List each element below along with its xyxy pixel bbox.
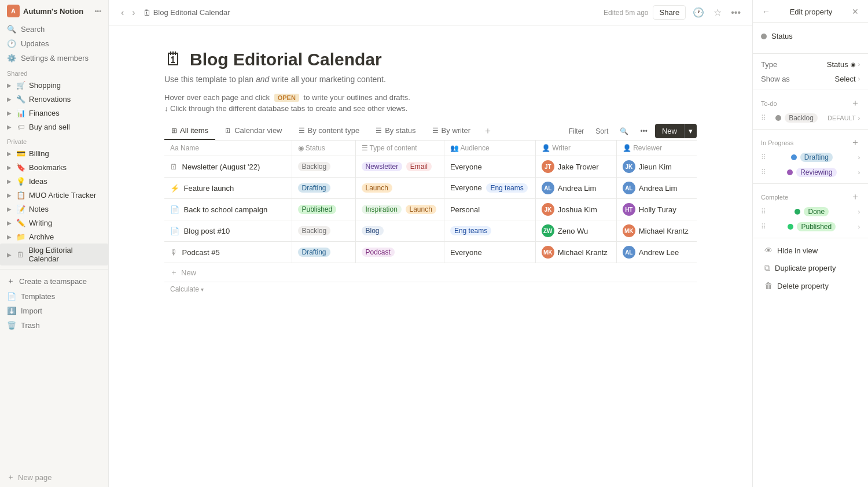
cell-name[interactable]: 📄 Back to school campaign <box>164 199 292 220</box>
cell-reviewer[interactable]: JK Jieun Kim <box>616 156 697 178</box>
filter-button[interactable]: Filter <box>565 126 589 137</box>
forward-button[interactable]: › <box>129 6 138 19</box>
tab-by-status[interactable]: ☰ By status <box>369 122 422 140</box>
cell-audience[interactable]: Everyone <box>444 156 535 178</box>
sidebar-settings[interactable]: ⚙️ Settings & members <box>0 51 108 65</box>
sidebar-import[interactable]: ⬇️ Import <box>0 304 108 318</box>
sidebar-item-buy-and-sell[interactable]: ▶ 🏷 Buy and sell <box>0 120 108 134</box>
sidebar-item-notes[interactable]: ▶ 📝 Notes <box>0 202 108 216</box>
cell-audience[interactable]: Personal <box>444 199 535 220</box>
cell-writer[interactable]: AL Andrea Lim <box>535 178 616 199</box>
table-row[interactable]: 🗓 Newsletter (August '22) Backlog Newsle… <box>164 156 697 178</box>
cell-writer[interactable]: ZW Zeno Wu <box>535 220 616 242</box>
favorite-button[interactable]: ☆ <box>711 5 724 20</box>
sidebar-item-archive[interactable]: ▶ 📁 Archive <box>0 230 108 244</box>
cell-reviewer[interactable]: MK Michael Krantz <box>616 220 697 242</box>
more-options-button[interactable]: ••• <box>729 5 743 20</box>
new-button[interactable]: New <box>655 124 684 138</box>
table-row[interactable]: 🎙 Podcast #5 Drafting Podcast Everyone M… <box>164 242 697 263</box>
cell-status[interactable]: Drafting <box>292 178 355 199</box>
cell-reviewer[interactable]: HT Holly Turay <box>616 199 697 220</box>
sidebar-item-muo[interactable]: ▶ 📋 MUO Article Tracker <box>0 188 108 202</box>
col-type[interactable]: ☰ Type of content <box>355 141 444 156</box>
cell-writer[interactable]: JT Jake Trower <box>535 156 616 178</box>
sort-button[interactable]: Sort <box>591 126 612 137</box>
cell-audience[interactable]: Everyone <box>444 242 535 263</box>
in-progress-add-button[interactable]: ＋ <box>851 136 860 149</box>
item-chevron[interactable]: › <box>858 115 860 121</box>
sidebar-updates[interactable]: 🕐 Updates <box>0 36 108 51</box>
sidebar-item-writing[interactable]: ▶ ✏️ Writing <box>0 216 108 230</box>
item-chevron[interactable]: › <box>858 154 860 161</box>
cell-type[interactable]: Inspiration Launch <box>355 199 444 220</box>
cell-name[interactable]: 📄 Blog post #10 <box>164 220 292 242</box>
duplicate-property-action[interactable]: ⧉ Duplicate property <box>756 259 865 277</box>
col-name[interactable]: Aa Name <box>164 141 292 156</box>
cell-status[interactable]: Published <box>292 199 355 220</box>
item-chevron[interactable]: › <box>858 224 860 230</box>
status-item-backlog[interactable]: ⠿ Backlog DEFAULT › <box>753 110 868 126</box>
delete-property-action[interactable]: 🗑 Delete property <box>756 277 865 294</box>
tab-by-content-type[interactable]: ☰ By content type <box>292 122 367 140</box>
item-chevron[interactable]: › <box>858 209 860 215</box>
create-teamspace[interactable]: ＋ Create a teamspace <box>0 273 108 289</box>
col-reviewer[interactable]: 👤 Reviewer <box>616 141 697 156</box>
panel-show-as-row[interactable]: Show as Select › <box>753 72 868 86</box>
col-status[interactable]: ◉ Status <box>292 141 355 156</box>
cell-writer[interactable]: JK Joshua Kim <box>535 199 616 220</box>
sidebar-item-renovations[interactable]: ▶ 🔧 Renovations <box>0 92 108 106</box>
add-tab-button[interactable]: ＋ <box>480 123 496 139</box>
cell-reviewer[interactable]: AL Andrea Lim <box>616 178 697 199</box>
back-button[interactable]: ‹ <box>118 6 127 19</box>
cell-audience[interactable]: Everyone Eng teams <box>444 178 535 199</box>
cell-type[interactable]: Podcast <box>355 242 444 263</box>
search-db-button[interactable]: 🔍 <box>616 126 632 137</box>
cell-status[interactable]: Backlog <box>292 156 355 178</box>
tab-all-items[interactable]: ⊞ All items <box>164 122 215 140</box>
cell-writer[interactable]: MK Michael Krantz <box>535 242 616 263</box>
col-audience[interactable]: 👥 Audience <box>444 141 535 156</box>
cell-status[interactable]: Drafting <box>292 242 355 263</box>
sidebar-search[interactable]: 🔍 Search <box>0 22 108 36</box>
status-item-published[interactable]: ⠿ Published › <box>753 219 868 234</box>
complete-add-button[interactable]: ＋ <box>851 191 860 203</box>
cell-type[interactable]: Launch <box>355 178 444 199</box>
hide-in-view-action[interactable]: 👁 Hide in view <box>756 242 865 259</box>
cell-reviewer[interactable]: AL Andrew Lee <box>616 242 697 263</box>
calculate-row[interactable]: Calculate ▾ <box>164 282 697 296</box>
panel-close-button[interactable]: ✕ <box>851 6 860 17</box>
cell-name[interactable]: 🎙 Podcast #5 <box>164 242 292 263</box>
new-button-dropdown[interactable]: ▾ <box>684 124 697 138</box>
sidebar-item-ideas[interactable]: ▶ 💡 Ideas <box>0 174 108 188</box>
sidebar-item-bookmarks[interactable]: ▶ 🔖 Bookmarks <box>0 160 108 174</box>
panel-back-button[interactable]: ← <box>761 6 771 17</box>
panel-type-row[interactable]: Type Status ◉ › <box>753 57 868 72</box>
cell-name[interactable]: 🗓 Newsletter (August '22) <box>164 156 292 178</box>
add-row-btn[interactable]: ＋ New <box>164 263 697 282</box>
tab-by-writer[interactable]: ☰ By writer <box>425 122 478 140</box>
cell-audience[interactable]: Eng teams <box>444 220 535 242</box>
sidebar-trash[interactable]: 🗑️ Trash <box>0 318 108 333</box>
workspace-header[interactable]: A Autumn's Notion ••• <box>0 0 108 22</box>
cell-type[interactable]: Blog <box>355 220 444 242</box>
cell-type[interactable]: Newsletter Email <box>355 156 444 178</box>
sidebar-item-shopping[interactable]: ▶ 🛒 Shopping <box>0 78 108 92</box>
table-row[interactable]: ⚡ Feature launch Drafting Launch Everyon… <box>164 178 697 199</box>
status-item-done[interactable]: ⠿ Done › <box>753 204 868 219</box>
updates-icon-button[interactable]: 🕐 <box>690 5 707 20</box>
tab-calendar-view[interactable]: 🗓 Calendar view <box>218 122 289 140</box>
sidebar-templates[interactable]: 📄 Templates <box>0 289 108 304</box>
new-page-btn[interactable]: ＋ New page <box>0 467 108 487</box>
col-writer[interactable]: 👤 Writer <box>535 141 616 156</box>
share-button[interactable]: Share <box>653 5 686 20</box>
cell-name[interactable]: ⚡ Feature launch <box>164 178 292 199</box>
status-item-drafting[interactable]: ⠿ Drafting › <box>753 150 868 165</box>
more-db-button[interactable]: ••• <box>636 126 652 137</box>
status-item-reviewing[interactable]: ⠿ Reviewing › <box>753 165 868 180</box>
item-chevron[interactable]: › <box>858 169 860 176</box>
todo-add-button[interactable]: ＋ <box>851 97 860 109</box>
cell-status[interactable]: Backlog <box>292 220 355 242</box>
table-row[interactable]: 📄 Back to school campaign Published Insp… <box>164 199 697 220</box>
table-row[interactable]: 📄 Blog post #10 Backlog Blog Eng teams <box>164 220 697 242</box>
sidebar-item-billing[interactable]: ▶ 💳 Billing <box>0 146 108 160</box>
